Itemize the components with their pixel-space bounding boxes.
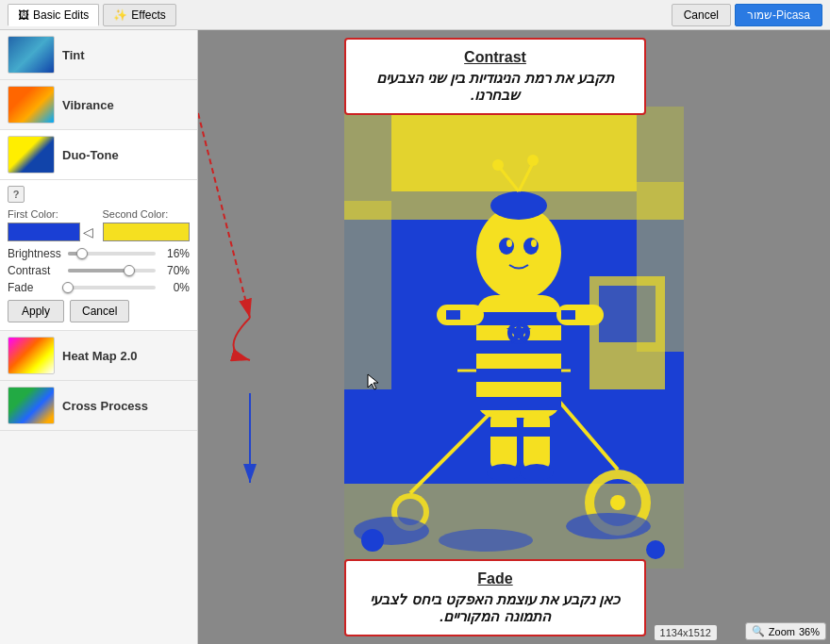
svg-point-13 [439, 529, 533, 552]
crossprocess-thumbnail [8, 387, 55, 424]
svg-rect-2 [391, 107, 637, 191]
toolbar-cancel-button[interactable]: Cancel [672, 4, 731, 26]
image-size: 1134x1512 [660, 627, 711, 638]
zoom-bar[interactable]: 🔍 Zoom 36% [745, 622, 826, 640]
svg-point-22 [490, 191, 547, 220]
duotone-panel: ? First Color: ◁ Second Color: [0, 180, 197, 331]
brightness-row: Brightness 16% [8, 247, 190, 260]
zoom-value: 36% [799, 626, 820, 637]
tab-basic-edits[interactable]: 🖼 Basic Edits [8, 4, 99, 26]
cancel-button[interactable]: Cancel [70, 300, 129, 322]
contrast-fill [68, 269, 129, 272]
second-color-swatch-row [103, 223, 191, 241]
bottom-annotation: Fade כאן נקבע את עוצמת האפקט ביחס לצבעי … [344, 559, 646, 636]
contrast-value: 70% [159, 264, 190, 277]
second-color-col: Second Color: [103, 208, 191, 241]
tab-effects[interactable]: ✨ Effects [103, 4, 175, 26]
tab-basic-edits-label: Basic Edits [33, 8, 89, 22]
sidebar: Tint Vibrance Duo-Tone ? First Color: [0, 30, 198, 644]
heatmap-thumbnail [8, 337, 55, 374]
second-color-label: Second Color: [103, 208, 191, 220]
toolbar: 🖼 Basic Edits ✨ Effects Cancel שמור-Pica… [0, 0, 830, 30]
svg-point-18 [499, 238, 514, 255]
brightness-track [68, 252, 156, 256]
bottom-annotation-text: כאן נקבע את עוצמת האפקט ביחס לצבעי התמונ… [359, 591, 631, 625]
fade-track [68, 286, 156, 289]
image-icon: 🖼 [18, 8, 29, 22]
effect-item-tint[interactable]: Tint [0, 30, 197, 80]
heatmap-label: Heat Map 2.0 [62, 349, 137, 363]
main-layout: Tint Vibrance Duo-Tone ? First Color: [0, 30, 830, 644]
apply-button[interactable]: Apply [8, 300, 64, 322]
top-annotation-title: Contrast [359, 49, 631, 66]
brightness-label: Brightness [8, 247, 64, 260]
help-button[interactable]: ? [8, 186, 25, 203]
svg-point-45 [361, 529, 384, 552]
svg-rect-47 [344, 201, 391, 389]
contrast-track [68, 269, 156, 272]
duotone-label: Duo-Tone [62, 148, 119, 162]
svg-point-46 [646, 540, 665, 559]
svg-rect-35 [561, 310, 575, 320]
fade-slider[interactable] [68, 286, 156, 289]
effects-icon: ✨ [113, 8, 127, 22]
svg-rect-39 [490, 413, 517, 470]
vibrance-thumbnail [8, 86, 55, 124]
svg-rect-31 [476, 397, 561, 410]
fade-label: Fade [8, 281, 64, 294]
svg-point-43 [487, 464, 521, 481]
svg-point-21 [531, 239, 537, 247]
first-color-col: First Color: ◁ [8, 208, 95, 241]
top-annotation-text: תקבע את רמת הניגודיות בין שני הצבעים שבח… [359, 70, 631, 104]
brightness-value: 16% [159, 247, 190, 260]
top-annotation: Contrast תקבע את רמת הניגודיות בין שני ה… [344, 38, 646, 115]
image-container [344, 107, 684, 569]
svg-point-20 [506, 239, 512, 247]
svg-point-26 [492, 159, 504, 171]
brightness-thumb[interactable] [76, 248, 88, 259]
crossprocess-label: Cross Process [62, 399, 148, 413]
svg-line-52 [198, 113, 250, 318]
brightness-slider[interactable] [68, 252, 156, 256]
toolbar-picasa-button[interactable]: שמור-Picasa [735, 4, 822, 26]
duotone-thumbnail [8, 136, 55, 173]
svg-point-19 [523, 238, 539, 255]
tint-label: Tint [62, 48, 85, 62]
effect-item-vibrance[interactable]: Vibrance [0, 80, 197, 130]
svg-point-14 [566, 513, 651, 539]
duotone-header: ? [8, 186, 190, 203]
svg-rect-34 [446, 310, 460, 320]
effect-item-duotone[interactable]: Duo-Tone [0, 130, 197, 180]
contrast-thumb[interactable] [124, 265, 135, 276]
tint-thumbnail [8, 36, 55, 74]
svg-rect-42 [523, 427, 550, 437]
fade-row: Fade 0% [8, 281, 190, 294]
first-color-swatch-row: ◁ [8, 223, 95, 241]
duotone-image [344, 107, 684, 569]
svg-rect-48 [637, 182, 684, 352]
fade-value: 0% [159, 281, 190, 294]
vibrance-label: Vibrance [62, 98, 114, 112]
fade-thumb[interactable] [62, 282, 74, 293]
effect-item-crossprocess[interactable]: Cross Process [0, 381, 197, 431]
svg-rect-40 [523, 413, 550, 470]
first-color-swatch[interactable] [8, 223, 80, 241]
image-info: 1134x1512 [655, 625, 717, 640]
zoom-label: Zoom [769, 626, 795, 637]
effect-item-heatmap[interactable]: Heat Map 2.0 [0, 331, 197, 381]
bottom-annotation-title: Fade [359, 570, 631, 587]
contrast-slider[interactable] [68, 269, 156, 272]
action-row: Apply Cancel [8, 300, 190, 322]
canvas-area: 1134x1512 🔍 Zoom 36% Contrast תקבע את רמ… [198, 30, 830, 644]
svg-rect-30 [476, 369, 561, 382]
contrast-label: Contrast [8, 264, 64, 277]
contrast-row: Contrast 70% [8, 264, 190, 277]
first-color-label: First Color: [8, 208, 95, 220]
svg-point-44 [520, 464, 554, 481]
color-row: First Color: ◁ Second Color: [8, 208, 190, 241]
zoom-icon: 🔍 [752, 625, 765, 637]
svg-rect-41 [490, 427, 517, 437]
second-color-swatch[interactable] [103, 223, 191, 241]
first-color-arrow[interactable]: ◁ [82, 225, 95, 239]
svg-point-24 [527, 155, 539, 166]
